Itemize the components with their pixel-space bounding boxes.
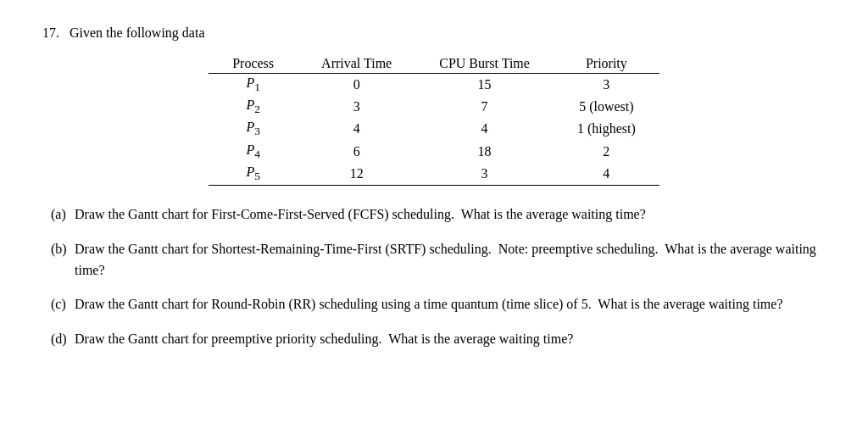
burst-p2: 7 (415, 96, 554, 118)
part-d: (d) Draw the Gantt chart for preemptive … (42, 329, 826, 350)
priority-p3: 1 (highest) (554, 118, 659, 140)
question-intro: Given the following data (70, 25, 205, 41)
col-priority: Priority (554, 54, 659, 74)
arrival-p3: 4 (298, 118, 415, 140)
part-c: (c) Draw the Gantt chart for Round-Robin… (42, 294, 826, 315)
part-b-label: (b) (51, 239, 75, 260)
part-a-text: Draw the Gantt chart for First-Come-Firs… (75, 204, 826, 226)
table-row: P3 4 4 1 (highest) (209, 118, 659, 140)
col-arrival: Arrival Time (298, 54, 415, 74)
part-a: (a) Draw the Gantt chart for First-Come-… (42, 204, 826, 226)
table-row: P1 0 15 3 (209, 74, 659, 97)
part-c-text: Draw the Gantt chart for Round-Robin (RR… (75, 294, 826, 315)
table-row: P4 6 18 2 (209, 141, 659, 163)
parts-container: (a) Draw the Gantt chart for First-Come-… (42, 204, 826, 350)
part-b-text: Draw the Gantt chart for Shortest-Remain… (75, 239, 826, 281)
burst-p3: 4 (415, 118, 554, 140)
question-container: 17. Given the following data Process Arr… (42, 25, 826, 350)
process-p4: P4 (209, 141, 298, 163)
process-table: Process Arrival Time CPU Burst Time Prio… (209, 54, 659, 186)
part-c-label: (c) (51, 294, 75, 315)
arrival-p1: 0 (298, 74, 415, 97)
col-burst: CPU Burst Time (415, 54, 554, 74)
process-p5: P5 (209, 163, 298, 186)
table-row: P5 12 3 4 (209, 163, 659, 186)
part-d-text: Draw the Gantt chart for preemptive prio… (75, 329, 826, 350)
part-b: (b) Draw the Gantt chart for Shortest-Re… (42, 239, 826, 281)
table-row: P2 3 7 5 (lowest) (209, 96, 659, 118)
priority-p2: 5 (lowest) (554, 96, 659, 118)
process-p1: P1 (209, 74, 298, 97)
burst-p5: 3 (415, 163, 554, 186)
question-number: 17. (42, 25, 59, 41)
priority-p4: 2 (554, 141, 659, 163)
part-a-label: (a) (51, 204, 75, 226)
priority-p5: 4 (554, 163, 659, 186)
process-p3: P3 (209, 118, 298, 140)
priority-p1: 3 (554, 74, 659, 97)
arrival-p5: 12 (298, 163, 415, 186)
burst-p1: 15 (415, 74, 554, 97)
part-d-label: (d) (51, 329, 75, 350)
arrival-p4: 6 (298, 141, 415, 163)
col-process: Process (209, 54, 298, 74)
question-header: 17. Given the following data (42, 25, 826, 41)
burst-p4: 18 (415, 141, 554, 163)
arrival-p2: 3 (298, 96, 415, 118)
data-table-container: Process Arrival Time CPU Burst Time Prio… (42, 54, 826, 186)
process-p2: P2 (209, 96, 298, 118)
